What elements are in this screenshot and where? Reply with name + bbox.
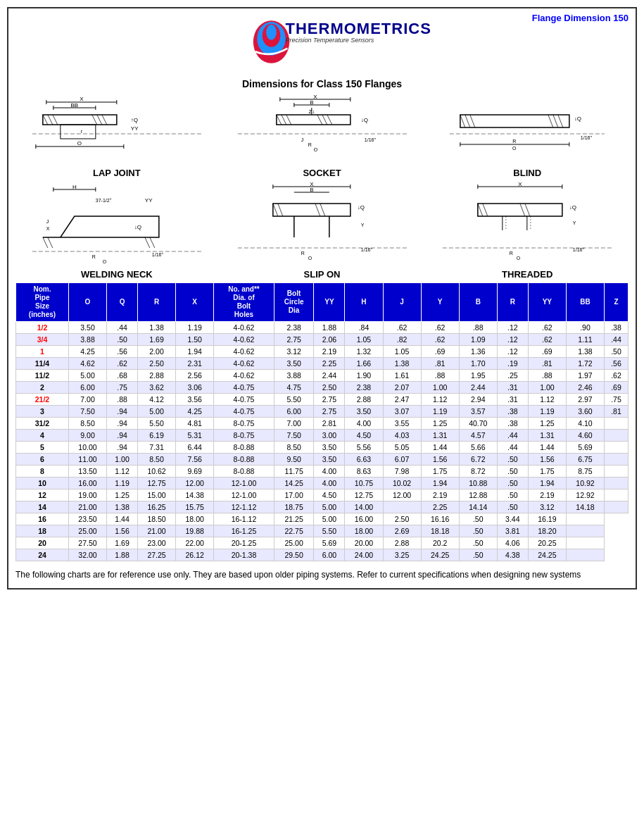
cell-boltholes: 8-0.88 [214,442,274,454]
cell-r: 10.62 [138,466,176,478]
cell-r2: .44 [497,430,528,442]
cell-x: 26.12 [176,549,214,561]
table-row: 14.25.562.001.944-0.623.122.191.321.05.6… [16,346,629,358]
welding-neck-diagram: H 37-1/2° YY J X ↓Q R O 1/16 [15,181,218,280]
cell-size: 12 [16,489,69,501]
cell-size: 4 [16,430,69,442]
svg-line-56 [553,115,558,127]
header-r2: R [497,283,528,322]
cell-boltholes: 8-0.75 [214,418,274,430]
cell-yy2: 1.00 [528,382,566,394]
cell-r2: .50 [459,525,497,537]
cell-y: 1.75 [421,466,459,478]
svg-line-108 [478,204,483,216]
svg-line-15 [53,115,58,125]
svg-line-43 [322,115,327,125]
svg-text:X: X [46,226,50,231]
cell-h: 3.50 [345,406,383,418]
cell-j: 1.38 [383,358,421,370]
svg-line-16 [92,115,97,125]
cell-size: 16 [16,513,69,525]
bottom-diagrams-row: H 37-1/2° YY J X ↓Q R O 1/16 [15,181,629,280]
svg-text:R: R [92,254,96,259]
cell-j: 12.00 [383,489,421,501]
svg-line-54 [470,115,475,127]
cell-b: 2.44 [459,382,497,394]
svg-line-110 [520,204,525,216]
cell-yy2: 1.25 [528,418,566,430]
cell-yy: 6.00 [314,549,345,561]
cell-r: 1.69 [138,334,176,346]
cell-yy: 4.00 [314,466,345,478]
svg-text:B: B [310,99,313,106]
cell-r: 18.50 [138,513,176,525]
cell-size: 14 [16,501,69,513]
cell-y: .81 [421,358,459,370]
cell-r2: .50 [497,478,528,489]
cell-x: 1.19 [176,322,214,334]
svg-text:O: O [314,147,318,152]
cell-y: 2.25 [421,501,459,513]
cell-b: 3.57 [459,406,497,418]
cell-x: 3.56 [176,394,214,406]
cell-yy2: 3.12 [528,501,566,513]
svg-text:37-1/2°: 37-1/2° [96,198,112,203]
cell-bb: 5.69 [566,442,604,454]
cell-o: 7.50 [68,406,106,418]
cell-yy: 5.50 [314,525,345,537]
cell-r2: .50 [459,549,497,561]
cell-yy2: 2.19 [528,489,566,501]
cell-bb: 14.18 [566,501,604,513]
threaded-svg: X ↓Q R O 1/16" Y [426,181,629,266]
header-r: R [138,283,176,322]
cell-bb: 4.10 [566,418,604,430]
svg-line-94 [320,204,325,216]
svg-line-75 [43,237,48,248]
logo-tagline: Precision Temperature Sensors [286,37,431,44]
cell-bb: 10.92 [566,478,604,489]
cell-size: 31/2 [16,418,69,430]
cell-yy: 3.50 [314,454,345,466]
cell-size: 8 [16,466,69,478]
cell-r: 16.25 [138,501,176,513]
cell-size: 11/2 [16,370,69,382]
cell-yy2: 1.44 [528,442,566,454]
page-container: Flange Dimension 150 THERMOMETRICS Preci… [7,7,637,590]
cell-boltcircle: 7.00 [274,418,314,430]
cell-o: 16.00 [68,478,106,489]
slip-on-svg: X B ↓Q R O Y 1/16" [221,181,424,266]
cell-yy: 3.50 [314,442,345,454]
table-row: 26.00.753.623.064-0.754.752.502.382.071.… [16,382,629,394]
cell-q: 1.00 [107,454,138,466]
svg-line-93 [315,204,320,216]
cell-b: 14.14 [459,501,497,513]
cell-size: 21/2 [16,394,69,406]
svg-text:1/16": 1/16" [152,252,164,257]
cell-j: 3.55 [383,418,421,430]
cell-r: 21.00 [138,525,176,537]
cell-z [566,525,604,537]
cell-z: .75 [604,394,628,406]
cell-j: .62 [383,322,421,334]
cell-h: 14.00 [345,501,383,513]
cell-q: 1.56 [107,525,138,537]
cell-h: 16.00 [345,513,383,525]
cell-r: 7.31 [138,442,176,454]
cell-size: 11/4 [16,358,69,370]
table-row: 611.001.008.507.568-0.889.503.506.636.07… [16,454,629,466]
cell-yy: 5.00 [314,513,345,525]
svg-text:J: J [46,219,49,224]
cell-r: 6.19 [138,430,176,442]
cell-o: 6.00 [68,382,106,394]
cell-z: .38 [604,322,628,334]
cell-size: 1 [16,346,69,358]
cell-x: 6.44 [176,442,214,454]
svg-line-55 [548,115,553,127]
svg-text:BB: BB [71,102,79,108]
cell-b: 18.18 [421,525,459,537]
cell-j: 7.98 [383,466,421,478]
table-row: 813.501.1210.629.698-0.8811.754.008.637.… [16,466,629,478]
cell-y: 2.19 [421,489,459,501]
cell-yy: 4.50 [314,489,345,501]
cell-o: 3.50 [68,322,106,334]
